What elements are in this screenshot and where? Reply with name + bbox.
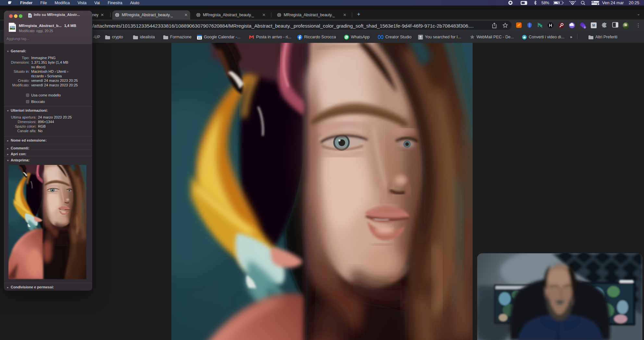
- svg-text:5: 5: [584, 26, 586, 29]
- svg-text:31: 31: [198, 36, 201, 39]
- svg-text:M: M: [592, 24, 595, 27]
